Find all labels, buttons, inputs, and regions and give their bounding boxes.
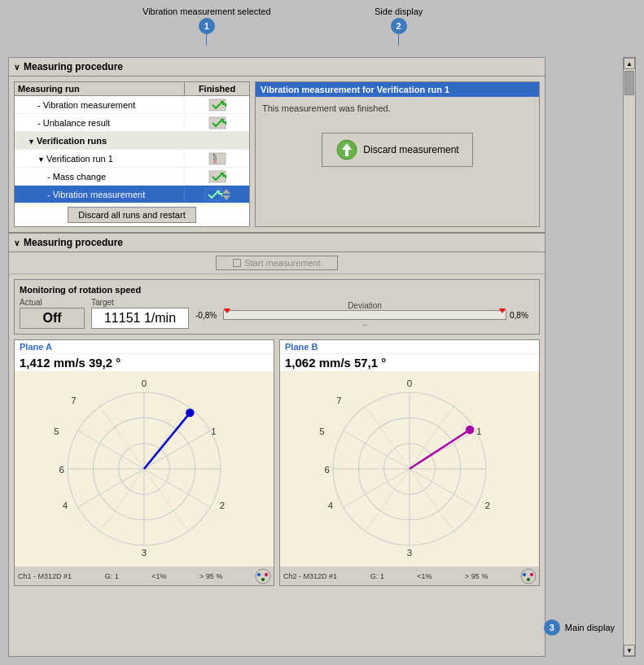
status-icon-check-3 <box>208 170 226 183</box>
tree-header: Measuring run Finished <box>15 82 249 96</box>
plane-b-panel: Plane B 1,062 mm/s 57,1 ° <box>279 339 540 586</box>
plane-a-polar-svg: 0 1 2 3 4 5 6 7 <box>15 371 274 567</box>
plane-b-icon <box>519 568 537 584</box>
start-measurement-button[interactable]: Start measurement <box>216 256 338 270</box>
svg-point-74 <box>466 426 474 434</box>
svg-text:2: 2 <box>485 501 490 510</box>
plane-b-gt: > 95 % <box>463 572 489 580</box>
tree-row-verif-run-1[interactable]: ▼Verification run 1 <box>15 150 249 168</box>
planes-row: Plane A 1,412 mm/s 39,2 ° <box>9 339 545 591</box>
tree-row-label-verif-run-1: ▼Verification run 1 <box>15 152 184 165</box>
svg-text:7: 7 <box>336 396 341 405</box>
tree-row-unbalance[interactable]: - Unbalance result <box>15 114 249 132</box>
chevron-down-icon-lower: ∨ <box>14 238 20 247</box>
deviation-right-val: 0,8% <box>510 311 534 320</box>
section-header-lower[interactable]: ∨ Measuring procedure <box>9 234 545 252</box>
monitoring-deviation-col: Deviation -0,8% 0,8% -- <box>195 301 534 329</box>
svg-text:0: 0 <box>407 378 412 388</box>
svg-text:2: 2 <box>220 501 225 510</box>
monitoring-target-col: Target 11151 1/min <box>91 298 189 329</box>
monitoring-row: Actual Off Target 11151 1/min Deviation … <box>20 298 534 329</box>
plane-b-lt: <1% <box>415 572 433 580</box>
measuring-lower-section: ∨ Measuring procedure Start measurement … <box>9 234 545 591</box>
start-measurement-bar: Start measurement <box>9 252 545 274</box>
svg-text:6: 6 <box>325 465 330 475</box>
svg-marker-18 <box>222 195 230 200</box>
plane-a-degree: 39,2 ° <box>89 356 120 370</box>
info-body-text: This measurement was finished. <box>262 103 532 113</box>
main-container: Vibration measurement selected 1 Side di… <box>0 0 644 665</box>
tree-row-label-verif-runs: ▼Verification runs <box>15 134 184 147</box>
callout-circle-2: 2 <box>391 18 407 34</box>
annotation-2-text: Side display 2 <box>375 7 423 46</box>
right-info-panel: Vibration measurement for Verification r… <box>255 81 540 227</box>
plane-a-ch: Ch1 - M312D #1 <box>16 572 73 580</box>
tree-row-label-unbalance: - Unbalance result <box>15 116 184 129</box>
status-icon-check-1 <box>208 98 226 112</box>
svg-text:5: 5 <box>54 427 59 436</box>
svg-rect-6 <box>209 153 226 164</box>
expand-icon-verif-runs: ▼ <box>28 138 35 146</box>
callout-circle-1: 1 <box>199 18 215 34</box>
callout-circle-3: 3 <box>544 619 560 636</box>
plane-b-polar: 0 1 2 3 4 5 6 7 <box>280 371 539 567</box>
plane-b-footer: Ch2 - M312D #1 G: 1 <1% > 95 % <box>280 567 539 585</box>
plane-b-degree: 57,1 ° <box>354 356 386 370</box>
svg-text:7: 7 <box>71 396 76 405</box>
svg-text:0: 0 <box>142 378 147 388</box>
plane-b-header: Plane B <box>280 340 539 354</box>
tree-row-label-vibration-meas: - Vibration measurement <box>15 98 184 112</box>
tree-row-vibration-meas-selected[interactable]: - Vibration measurement <box>15 186 249 203</box>
plane-a-values: 1,412 mm/s 39,2 ° <box>15 354 274 371</box>
discard-btn-row: Discard all runs and restart <box>15 203 249 226</box>
monitoring-section: Monitoring of rotation speed Actual Off … <box>14 279 540 335</box>
discard-measurement-label: Discard measurement <box>363 144 458 155</box>
tree-row-status-verif-run-1 <box>184 151 249 167</box>
scrollbar[interactable]: ▲ ▼ <box>623 57 636 657</box>
svg-point-47 <box>256 569 270 584</box>
tree-row-vibration-meas[interactable]: - Vibration measurement <box>15 96 249 114</box>
scroll-up-arrow[interactable]: ▲ <box>624 58 635 69</box>
status-icon-check-2 <box>208 116 226 129</box>
deviation-marker-left <box>224 308 230 313</box>
annotation-1-text: Vibration measurement selected 1 <box>142 7 271 46</box>
status-icon-pencil <box>208 152 226 165</box>
plane-a-value: 1,412 mm/s <box>20 356 85 370</box>
svg-text:4: 4 <box>63 501 68 510</box>
monitoring-actual-value: Off <box>20 308 85 329</box>
scroll-down-arrow[interactable]: ▼ <box>624 645 635 656</box>
tree-row-label-vibration-selected: - Vibration measurement <box>15 188 184 201</box>
plane-a-header: Plane A <box>15 340 274 354</box>
section-title-upper: Measuring procedure <box>24 61 123 72</box>
section-header-upper[interactable]: ∨ Measuring procedure <box>9 58 545 77</box>
discard-measurement-button[interactable]: Discard measurement <box>322 133 472 167</box>
monitoring-title: Monitoring of rotation speed <box>20 285 534 295</box>
svg-point-78 <box>527 578 530 581</box>
annotation-3: 3 Main display <box>544 619 615 636</box>
deviation-bar-container: -0,8% 0,8% <box>195 310 534 320</box>
svg-text:3: 3 <box>142 548 147 558</box>
discard-all-runs-button[interactable]: Discard all runs and restart <box>68 207 195 223</box>
expand-icon-verif-run-1: ▼ <box>37 155 45 164</box>
upper-content: Measuring run Finished - Vibration measu… <box>9 77 545 232</box>
tree-row-status-mass-change <box>184 168 249 185</box>
plane-a-polar: 0 1 2 3 4 5 6 7 <box>15 371 274 567</box>
plane-a-panel: Plane A 1,412 mm/s 39,2 ° <box>14 339 274 586</box>
svg-text:3: 3 <box>407 548 412 558</box>
plane-b-polar-svg: 0 1 2 3 4 5 6 7 <box>280 371 539 567</box>
annotation-2-label: Side display <box>375 7 423 16</box>
start-btn-square-icon <box>233 259 241 267</box>
tree-row-mass-change[interactable]: - Mass change <box>15 168 249 186</box>
plane-a-lt: <1% <box>150 572 168 580</box>
annotation-3-label: Main display <box>565 623 615 632</box>
plane-a-g: G: 1 <box>103 572 120 580</box>
scroll-thumb[interactable] <box>624 71 634 95</box>
svg-point-48 <box>257 573 261 576</box>
info-body: This measurement was finished. Discard m… <box>256 97 539 226</box>
plane-b-value: 1,062 mm/s <box>285 356 351 370</box>
tree-row-status-unbalance <box>184 115 249 131</box>
monitoring-deviation-label: Deviation <box>195 301 534 310</box>
svg-point-76 <box>523 573 526 576</box>
svg-text:1: 1 <box>211 427 216 436</box>
tree-row-verification-runs[interactable]: ▼Verification runs <box>15 132 249 150</box>
